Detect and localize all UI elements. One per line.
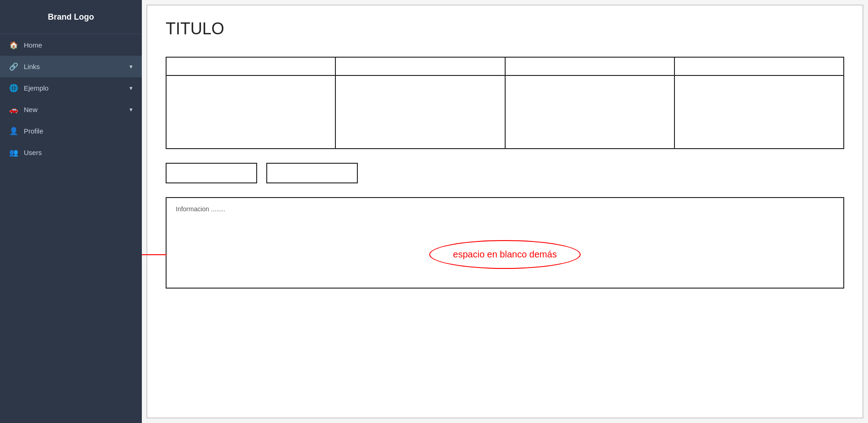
table-cell-1: [166, 75, 335, 149]
annotation-ellipse: espacio en blanco demás: [429, 240, 581, 269]
sidebar-item-ejemplo[interactable]: 🌐 Ejemplo ▾: [0, 77, 142, 99]
page-title: TITULO: [166, 19, 844, 38]
chevron-down-icon: ▾: [129, 63, 133, 70]
sidebar-item-profile[interactable]: 👤 Profile: [0, 120, 142, 142]
chevron-down-icon-new: ▾: [129, 106, 133, 113]
sidebar-item-links[interactable]: 🔗 Links ▾: [0, 56, 142, 77]
sidebar-label-profile: Profile: [24, 127, 43, 135]
sidebar-item-new[interactable]: 🚗 New ▾: [0, 99, 142, 120]
users-icon: 👥: [9, 148, 18, 157]
links-icon: 🔗: [9, 62, 18, 71]
table-header-1: [166, 57, 335, 75]
buttons-row: [166, 163, 844, 183]
sidebar-label-links: Links: [24, 63, 40, 70]
sidebar-item-home[interactable]: 🏠 Home: [0, 34, 142, 56]
data-table: [166, 57, 844, 149]
table-header-3: [505, 57, 674, 75]
car-icon: 🚗: [9, 105, 18, 114]
globe-icon: 🌐: [9, 84, 18, 92]
annotation-text: espacio en blanco demás: [453, 249, 557, 259]
button-1[interactable]: [166, 163, 257, 183]
arrow-left: [142, 248, 171, 262]
table-header-2: [335, 57, 505, 75]
sidebar-label-new: New: [24, 106, 38, 113]
main-content: TITULO: [142, 0, 868, 423]
info-text: Informacion ........: [176, 205, 834, 213]
sidebar-label-ejemplo: Ejemplo: [24, 84, 49, 92]
sidebar-label-home: Home: [24, 41, 42, 49]
home-icon: 🏠: [9, 41, 18, 49]
table-cell-2: [335, 75, 505, 149]
table-row: [166, 75, 844, 149]
table-cell-3: [505, 75, 674, 149]
annotation-container: espacio en blanco demás: [176, 240, 834, 269]
sidebar-label-users: Users: [24, 149, 42, 156]
sidebar-item-users[interactable]: 👥 Users: [0, 142, 142, 163]
table-cell-4: [674, 75, 844, 149]
content-area: TITULO: [146, 5, 863, 418]
profile-icon: 👤: [9, 127, 18, 135]
table-header-4: [674, 57, 844, 75]
chevron-down-icon-ejemplo: ▾: [129, 85, 133, 91]
brand-logo: Brand Logo: [0, 0, 142, 34]
info-box: Informacion ........ espacio en blanco d…: [166, 197, 844, 289]
sidebar: Brand Logo 🏠 Home 🔗 Links ▾ 🌐 Ejemplo ▾ …: [0, 0, 142, 423]
button-2[interactable]: [266, 163, 358, 183]
